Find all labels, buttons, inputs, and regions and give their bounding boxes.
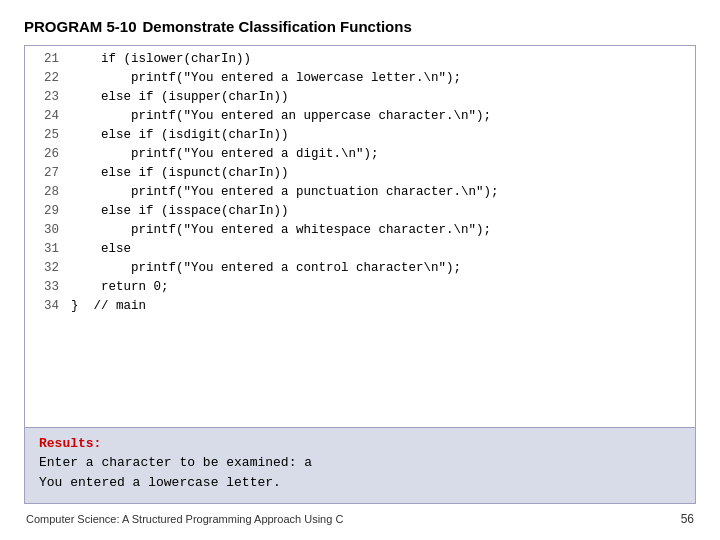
footer-page-number: 56 [681,512,694,526]
table-row: 23 else if (isupper(charIn)) [25,90,695,109]
line-code: if (islower(charIn)) [71,52,695,66]
table-row: 34} // main [25,299,695,318]
line-code: printf("You entered a punctuation charac… [71,185,695,199]
line-code: printf("You entered a control character\… [71,261,695,275]
line-number: 21 [25,52,71,66]
table-row: 29 else if (isspace(charIn)) [25,204,695,223]
code-area: 21 if (islower(charIn))22 printf("You en… [25,46,695,427]
program-title: Demonstrate Classification Functions [143,18,412,35]
table-row: 33 return 0; [25,280,695,299]
line-number: 33 [25,280,71,294]
line-number: 24 [25,109,71,123]
line-number: 34 [25,299,71,313]
results-text: Enter a character to be examined: aYou e… [39,453,681,493]
line-number: 22 [25,71,71,85]
result-line: You entered a lowercase letter. [39,473,681,493]
line-code: printf("You entered a digit.\n"); [71,147,695,161]
line-number: 27 [25,166,71,180]
line-number: 29 [25,204,71,218]
table-row: 32 printf("You entered a control charact… [25,261,695,280]
line-code: return 0; [71,280,695,294]
table-row: 24 printf("You entered an uppercase char… [25,109,695,128]
program-label: PROGRAM 5-10 [24,18,137,35]
line-number: 30 [25,223,71,237]
page-container: PROGRAM 5-10 Demonstrate Classification … [0,0,720,540]
line-number: 23 [25,90,71,104]
code-box: 21 if (islower(charIn))22 printf("You en… [24,45,696,504]
title-bar: PROGRAM 5-10 Demonstrate Classification … [24,18,696,35]
line-code: else if (isdigit(charIn)) [71,128,695,142]
line-number: 32 [25,261,71,275]
table-row: 31 else [25,242,695,261]
line-code: printf("You entered an uppercase charact… [71,109,695,123]
line-number: 31 [25,242,71,256]
table-row: 22 printf("You entered a lowercase lette… [25,71,695,90]
table-row: 30 printf("You entered a whitespace char… [25,223,695,242]
line-number: 28 [25,185,71,199]
line-number: 25 [25,128,71,142]
footer-book-title: Computer Science: A Structured Programmi… [26,513,343,525]
line-number: 26 [25,147,71,161]
line-code: else if (isspace(charIn)) [71,204,695,218]
result-line: Enter a character to be examined: a [39,453,681,473]
line-code: printf("You entered a whitespace charact… [71,223,695,237]
table-row: 26 printf("You entered a digit.\n"); [25,147,695,166]
table-row: 25 else if (isdigit(charIn)) [25,128,695,147]
line-code: else if (ispunct(charIn)) [71,166,695,180]
table-row: 21 if (islower(charIn)) [25,52,695,71]
table-row: 27 else if (ispunct(charIn)) [25,166,695,185]
table-row: 28 printf("You entered a punctuation cha… [25,185,695,204]
results-area: Results: Enter a character to be examine… [25,427,695,503]
line-code: } // main [71,299,695,313]
footer: Computer Science: A Structured Programmi… [24,512,696,526]
line-code: printf("You entered a lowercase letter.\… [71,71,695,85]
results-label: Results: [39,436,681,451]
line-code: else [71,242,695,256]
line-code: else if (isupper(charIn)) [71,90,695,104]
